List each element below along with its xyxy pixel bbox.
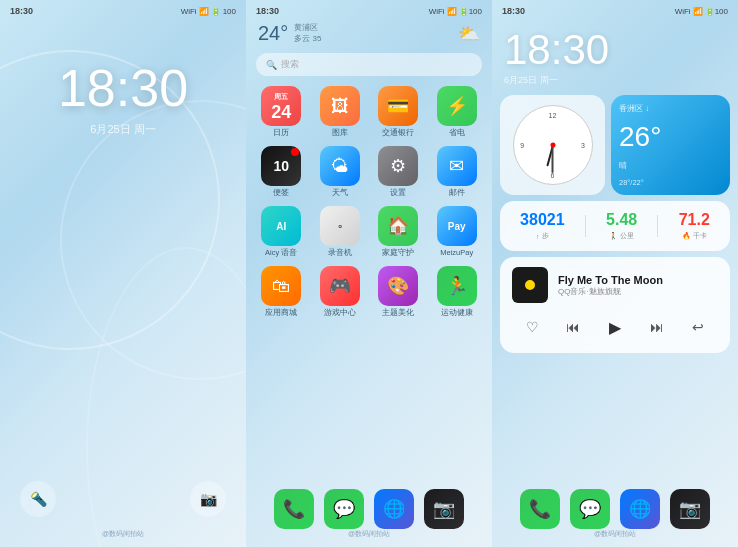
signal-icon-2: 📶 xyxy=(447,7,457,16)
repeat-button[interactable]: ↩ xyxy=(684,313,712,341)
app-pay[interactable]: Pay MeizuPay xyxy=(432,206,483,258)
dock-bar-2: 📞 💬 🌐 📷 xyxy=(274,489,464,529)
dist-label: 🚶 公里 xyxy=(609,231,634,241)
app-weather-label: 天气 xyxy=(332,188,348,198)
home-screen-panel: 18:30 WiFi 📶 🔋100 24° 黄浦区 多云 35 ⛅ 🔍 搜索 周… xyxy=(246,0,492,547)
status-time-2: 18:30 xyxy=(256,6,279,16)
music-info: Fly Me To The Moon QQ音乐·魅族旗舰 xyxy=(558,274,718,297)
clock-widget: 12 3 6 9 xyxy=(500,95,605,195)
app-grid: 周五 24 日历 🖼 图库 💳 交通银行 ⚡ 省电 10 xyxy=(246,80,492,324)
dock-browser[interactable]: 🌐 xyxy=(374,489,414,529)
cal-value: 71.2 xyxy=(679,211,710,229)
cal-item: 71.2 🔥 千卡 xyxy=(679,211,710,241)
app-game[interactable]: 🎮 游戏中心 xyxy=(315,266,366,318)
app-gallery[interactable]: 🖼 图库 xyxy=(315,86,366,138)
app-mail[interactable]: ✉ 邮件 xyxy=(432,146,483,198)
status-time-1: 18:30 xyxy=(10,6,33,16)
widgets-date: 6月25日 周一 xyxy=(492,74,738,91)
dock-camera[interactable]: 📷 xyxy=(424,489,464,529)
app-fitness[interactable]: 🏃 运动健康 xyxy=(432,266,483,318)
music-widget: ● Fly Me To The Moon QQ音乐·魅族旗舰 ♡ ⏮ ▶ ⏭ ↩ xyxy=(500,257,730,353)
dock-camera-3[interactable]: 📷 xyxy=(670,489,710,529)
dock-messages[interactable]: 💬 xyxy=(324,489,364,529)
battery-level: 100 xyxy=(223,7,236,16)
status-time-3: 18:30 xyxy=(502,6,525,16)
weather-city: 香洲区 ↓ xyxy=(619,103,722,114)
app-settings-label: 设置 xyxy=(390,188,406,198)
lock-bottom-icons: 🔦 📷 xyxy=(0,481,246,517)
app-calendar-label: 日历 xyxy=(273,128,289,138)
lock-date: 6月25日 周一 xyxy=(0,122,246,137)
signal-icon: 📶 xyxy=(199,7,209,16)
widget-container: 12 3 6 9 香洲区 ↓ 26° 晴 28°/22° xyxy=(492,91,738,357)
steps-widget: 38021 ↑ 步 5.48 🚶 公里 71.2 xyxy=(500,201,730,251)
play-button[interactable]: ▶ xyxy=(599,311,631,343)
status-icons-1: WiFi 📶 🔋 100 xyxy=(181,7,236,16)
app-security[interactable]: ⚡ 省电 xyxy=(432,86,483,138)
music-top: ● Fly Me To The Moon QQ音乐·魅族旗舰 xyxy=(512,267,718,303)
status-bar-1: 18:30 WiFi 📶 🔋 100 xyxy=(0,0,246,18)
steps-label: ↑ 步 xyxy=(536,231,549,241)
prev-button[interactable]: ⏮ xyxy=(559,313,587,341)
status-bar-2: 18:30 WiFi 📶 🔋100 xyxy=(246,0,492,18)
app-bank-label: 交通银行 xyxy=(382,128,414,138)
home-weather-widget: 24° 黄浦区 多云 35 ⛅ xyxy=(246,18,492,49)
app-bank[interactable]: 💳 交通银行 xyxy=(373,86,424,138)
next-button[interactable]: ⏭ xyxy=(643,313,671,341)
wifi-icon-2: WiFi xyxy=(429,7,445,16)
divider-2 xyxy=(657,215,658,237)
search-placeholder: 搜索 xyxy=(281,58,299,71)
app-notes[interactable]: 10 便签 xyxy=(256,146,307,198)
wifi-icon: WiFi xyxy=(181,7,197,16)
clock-minute-hand xyxy=(552,145,554,173)
dist-item: 5.48 🚶 公里 xyxy=(606,211,637,241)
battery-icon-3: 🔋100 xyxy=(705,7,728,16)
widgets-screen-panel: 18:30 WiFi 📶 🔋100 18:30 6月25日 周一 12 3 6 … xyxy=(492,0,738,547)
app-recorder[interactable]: ⚬ 录音机 xyxy=(315,206,366,258)
app-recorder-label: 录音机 xyxy=(328,248,352,258)
app-family-label: 家庭守护 xyxy=(382,248,414,258)
app-settings[interactable]: ⚙ 设置 xyxy=(373,146,424,198)
watermark-3: @数码闲拍站 xyxy=(594,529,636,539)
app-family[interactable]: 🏠 家庭守护 xyxy=(373,206,424,258)
app-notes-label: 便签 xyxy=(273,188,289,198)
dock-messages-3[interactable]: 💬 xyxy=(570,489,610,529)
flashlight-icon[interactable]: 🔦 xyxy=(20,481,56,517)
battery-icon: 🔋 xyxy=(211,7,221,16)
camera-quick-icon[interactable]: 📷 xyxy=(190,481,226,517)
app-gallery-label: 图库 xyxy=(332,128,348,138)
battery-icon-2: 🔋100 xyxy=(459,7,482,16)
dock-phone[interactable]: 📞 xyxy=(274,489,314,529)
home-weather-icon: ⛅ xyxy=(458,23,480,45)
steps-item: 38021 ↑ 步 xyxy=(520,211,565,241)
home-weather-location: 黄浦区 xyxy=(294,23,321,33)
app-theme[interactable]: 🎨 主题美化 xyxy=(373,266,424,318)
home-weather-temp: 24° xyxy=(258,22,288,45)
app-game-label: 游戏中心 xyxy=(324,308,356,318)
app-aicy[interactable]: AI Aicy 语音 xyxy=(256,206,307,258)
status-bar-3: 18:30 WiFi 📶 🔋100 xyxy=(492,0,738,18)
top-widget-row: 12 3 6 9 香洲区 ↓ 26° 晴 28°/22° xyxy=(500,95,730,195)
dock-bar-3: 📞 💬 🌐 📷 xyxy=(520,489,710,529)
app-aicy-label: Aicy 语音 xyxy=(265,248,297,258)
app-weather[interactable]: 🌤 天气 xyxy=(315,146,366,198)
app-pay-label: MeizuPay xyxy=(440,248,473,257)
music-controls: ♡ ⏮ ▶ ⏭ ↩ xyxy=(512,311,718,343)
signal-icon-3: 📶 xyxy=(693,7,703,16)
clock-num-3: 3 xyxy=(581,142,585,149)
search-bar[interactable]: 🔍 搜索 xyxy=(256,53,482,76)
app-mail-label: 邮件 xyxy=(449,188,465,198)
clock-center-dot xyxy=(550,143,555,148)
app-fitness-label: 运动健康 xyxy=(441,308,473,318)
dock-browser-3[interactable]: 🌐 xyxy=(620,489,660,529)
like-button[interactable]: ♡ xyxy=(518,313,546,341)
app-shop[interactable]: 🛍 应用商城 xyxy=(256,266,307,318)
home-weather-info: 黄浦区 多云 35 xyxy=(294,23,321,44)
wifi-icon-3: WiFi xyxy=(675,7,691,16)
app-calendar[interactable]: 周五 24 日历 xyxy=(256,86,307,138)
home-weather-desc: 多云 35 xyxy=(294,34,321,44)
weather-range: 28°/22° xyxy=(619,178,722,187)
dock-phone-3[interactable]: 📞 xyxy=(520,489,560,529)
lock-screen-panel: 18:30 WiFi 📶 🔋 100 18:30 6月25日 周一 🔦 📷 @数… xyxy=(0,0,246,547)
watermark-2: @数码闲拍站 xyxy=(348,529,390,539)
